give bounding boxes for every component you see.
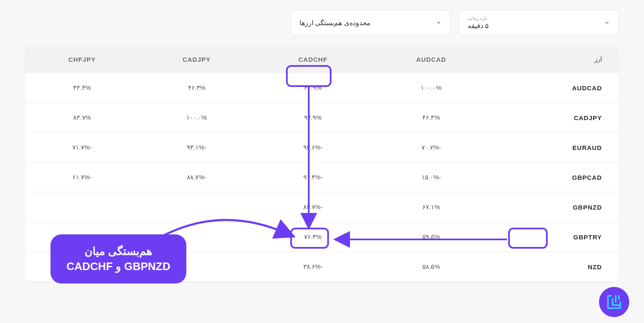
cell-value xyxy=(139,192,254,222)
row-name[interactable]: AUDCAD xyxy=(490,73,619,103)
filter-bar: بازه زمانی ۵ دقیقه محدوده‌ی هم‌بستگی ارز… xyxy=(0,0,644,45)
row-name[interactable]: CADJPY xyxy=(490,103,619,133)
row-name[interactable]: NZD xyxy=(490,252,619,282)
logo-icon xyxy=(605,293,623,311)
cell-value: ۸۳.۷% xyxy=(25,103,139,133)
table-row: AUDCAD۱۰۰.۰%۴۲.۹%۴۶.۳%۴۳.۴% xyxy=(25,73,619,103)
cell-value: ۴۲.۹% xyxy=(254,73,371,103)
cell-value: -۹۱.۴% xyxy=(254,163,371,192)
correlation-table: ارز AUDCAD CADCHF CADJPY CHFJPY AUDCAD۱۰… xyxy=(25,45,619,282)
cell-value: -۷۰.۷% xyxy=(372,133,491,163)
cell-value: -۸۳.۷% xyxy=(254,192,371,222)
cell-value: ۵۸.۵% xyxy=(372,252,491,282)
cell-value xyxy=(25,252,139,282)
cell-value: -۶۱.۷% xyxy=(25,163,139,192)
row-name[interactable]: GBPCAD xyxy=(490,163,619,192)
cell-value xyxy=(25,192,139,222)
row-name[interactable]: EURAUD xyxy=(490,133,619,163)
table-row: EURAUD-۷۰.۷%-۹۲.۶%-۹۳.۱%-۷۱.۷% xyxy=(25,133,619,163)
table-row: GBPCAD-۱۵.۰%-۹۱.۴%-۸۸.۷%-۶۱.۷% xyxy=(25,163,619,192)
row-name[interactable]: GBPTRY xyxy=(490,222,619,252)
range-dropdown[interactable]: محدوده‌ی هم‌بستگی ارزها xyxy=(291,10,451,35)
cell-value: ۵۹.۵% xyxy=(372,222,491,252)
table-row: CADJPY۴۶.۳%۹۷.۹%۱۰۰.۰%۸۳.۷% xyxy=(25,103,619,133)
table-row: GBPTRY۵۹.۵%۷۶.۳% xyxy=(25,222,619,252)
timeframe-label: بازه زمانی xyxy=(468,16,487,21)
cell-value: ۹۷.۹% xyxy=(254,103,371,133)
cell-value: -۷۱.۷% xyxy=(25,133,139,163)
cell-value: -۱۵.۰% xyxy=(372,163,491,192)
cell-value xyxy=(139,222,254,252)
col-header[interactable]: AUDCAD xyxy=(372,45,491,73)
cell-value xyxy=(25,222,139,252)
row-name[interactable]: GBPNZD xyxy=(490,192,619,222)
cell-value: -۹۲.۶% xyxy=(254,133,371,163)
cell-value: -۸۸.۷% xyxy=(139,163,254,192)
cell-value: ۴۶.۳% xyxy=(372,103,491,133)
col-header[interactable]: CHFJPY xyxy=(25,45,139,73)
cell-value: ۱۰۰.۰% xyxy=(139,103,254,133)
cell-value: -۹۳.۱% xyxy=(139,133,254,163)
table-row: NZD۵۸.۵%-۳۸.۶% xyxy=(25,252,619,282)
cell-value: ۴۶.۳% xyxy=(139,73,254,103)
cell-value: ۴۳.۴% xyxy=(25,73,139,103)
timeframe-dropdown[interactable]: بازه زمانی ۵ دقیقه xyxy=(459,10,619,35)
table-row: GBPNZD۶۷.۱%-۸۳.۷% xyxy=(25,192,619,222)
col-header[interactable]: CADCHF xyxy=(254,45,371,73)
cell-value xyxy=(139,252,254,282)
cell-value: -۳۸.۶% xyxy=(254,252,371,282)
cell-value: ۱۰۰.۰% xyxy=(372,73,491,103)
brand-logo xyxy=(599,287,629,317)
cell-value: ۶۷.۱% xyxy=(372,192,491,222)
chevron-down-icon xyxy=(604,20,610,26)
col-header[interactable]: CADJPY xyxy=(139,45,254,73)
chevron-down-icon xyxy=(436,20,442,26)
timeframe-value: ۵ دقیقه xyxy=(468,22,489,30)
range-value: محدوده‌ی هم‌بستگی ارزها xyxy=(299,19,371,27)
row-header-label: ارز xyxy=(490,45,619,73)
cell-value: ۷۶.۳% xyxy=(254,222,371,252)
table-header-row: ارز AUDCAD CADCHF CADJPY CHFJPY xyxy=(25,45,619,73)
